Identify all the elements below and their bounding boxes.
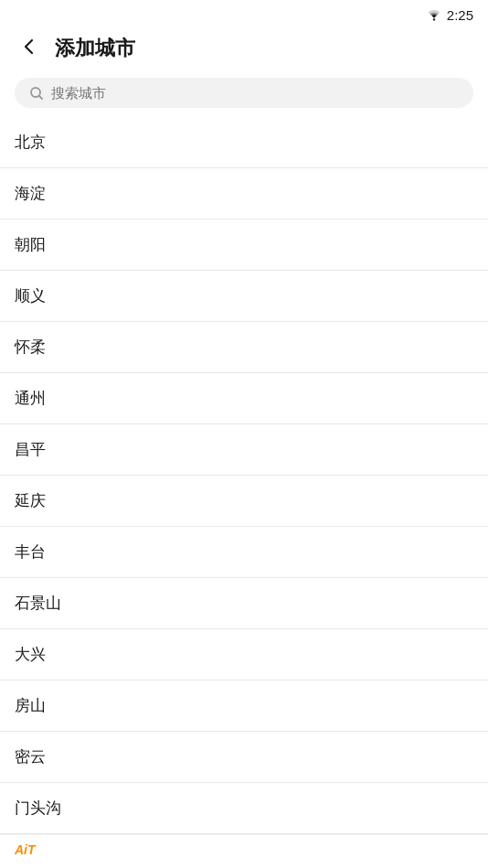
status-bar: 2:25 [0, 0, 488, 27]
city-list-item[interactable]: 延庆 [0, 476, 488, 527]
city-list-item[interactable]: 房山 [0, 680, 488, 732]
search-container [0, 72, 488, 117]
status-time: 2:25 [447, 7, 473, 23]
city-list-item[interactable]: 通州 [0, 373, 488, 424]
wifi-icon [427, 10, 441, 21]
back-arrow-icon [19, 37, 39, 60]
city-list-item[interactable]: 北京 [0, 117, 488, 168]
city-list-item[interactable]: 怀柔 [0, 322, 488, 373]
bottom-brand: AiT [15, 842, 36, 857]
city-list: 北京海淀朝阳顺义怀柔通州昌平延庆丰台石景山大兴房山密云门头沟平谷上海闵行宝山 [0, 117, 488, 868]
city-list-item[interactable]: 丰台 [0, 527, 488, 578]
city-list-item[interactable]: 朝阳 [0, 220, 488, 271]
page-header: 添加城市 [0, 27, 488, 72]
bottom-bar: AiT [0, 834, 488, 868]
city-list-item[interactable]: 大兴 [0, 629, 488, 680]
search-wrapper[interactable] [15, 78, 473, 108]
city-list-item[interactable]: 门头沟 [0, 783, 488, 834]
search-icon [29, 86, 44, 101]
city-list-item[interactable]: 石景山 [0, 578, 488, 629]
city-list-item[interactable]: 昌平 [0, 424, 488, 476]
city-list-item[interactable]: 密云 [0, 732, 488, 783]
page-title: 添加城市 [55, 35, 135, 62]
back-button[interactable] [15, 34, 44, 63]
svg-point-0 [433, 18, 435, 20]
search-input[interactable] [51, 85, 459, 101]
city-list-item[interactable]: 海淀 [0, 168, 488, 220]
city-list-item[interactable]: 顺义 [0, 271, 488, 322]
